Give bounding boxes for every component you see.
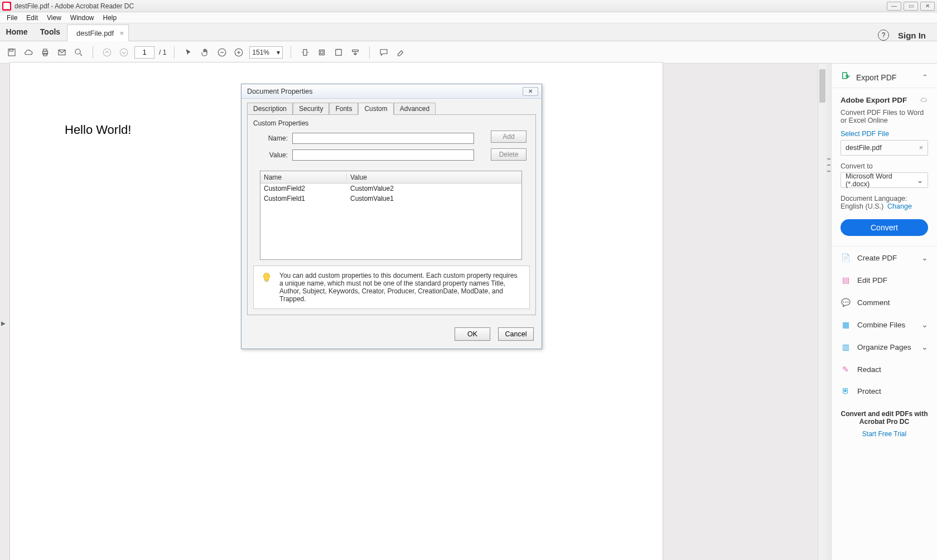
- export-pdf-label: Export PDF: [856, 73, 896, 82]
- page-number-input[interactable]: [134, 46, 154, 59]
- menu-help[interactable]: Help: [100, 14, 120, 22]
- zoom-select[interactable]: 151%▾: [249, 46, 283, 59]
- tool-comment[interactable]: 💬 Comment: [832, 291, 937, 313]
- fit-width-icon[interactable]: [299, 46, 311, 59]
- highlight-icon[interactable]: [394, 46, 407, 59]
- help-icon[interactable]: ?: [878, 30, 889, 41]
- zoom-in-icon[interactable]: [233, 46, 245, 59]
- chevron-down-icon: ▾: [277, 49, 280, 56]
- dialog-tabs: Description Security Fonts Custom Advanc…: [242, 99, 542, 114]
- tool-redact[interactable]: ✎ Redact: [832, 358, 937, 380]
- tab-home[interactable]: Home: [0, 23, 33, 41]
- zoom-value: 151%: [252, 49, 269, 56]
- language-value: English (U.S.): [841, 202, 883, 210]
- cloud-icon[interactable]: [22, 46, 35, 59]
- tool-protect[interactable]: ⛨ Protect: [832, 380, 937, 402]
- language-row: Document Language: English (U.S.) Change: [841, 195, 928, 210]
- separator: [93, 46, 93, 59]
- selected-filename: destFile.pdf: [846, 144, 882, 152]
- document-tab-label: destFile.pdf: [76, 29, 114, 37]
- tool-label: Organize Pages: [857, 343, 911, 351]
- chevron-down-icon: ⌄: [917, 176, 923, 185]
- search-icon[interactable]: [73, 46, 85, 59]
- ok-button[interactable]: OK: [455, 327, 490, 341]
- format-select[interactable]: Microsoft Word (*.docx) ⌄: [841, 172, 928, 188]
- maximize-button[interactable]: ▭: [904, 2, 918, 11]
- tool-label: Comment: [857, 298, 890, 307]
- lightbulb-icon: [260, 272, 273, 303]
- table-row[interactable]: CustomField2 CustomValue2: [260, 184, 521, 194]
- minimize-button[interactable]: —: [887, 2, 901, 11]
- scroll-thumb[interactable]: [819, 69, 825, 103]
- mail-icon[interactable]: [56, 46, 68, 59]
- delete-button[interactable]: Delete: [491, 148, 527, 161]
- cell-name: CustomField2: [260, 185, 347, 192]
- signin-button[interactable]: Sign In: [898, 31, 926, 40]
- tab-advanced[interactable]: Advanced: [394, 103, 436, 115]
- separator: [174, 46, 175, 59]
- tab-close-icon[interactable]: ×: [120, 29, 124, 37]
- left-pane-toggle[interactable]: ▶: [1, 312, 6, 334]
- selected-file-box[interactable]: destFile.pdf ×: [841, 140, 928, 156]
- right-pane-toggle[interactable]: [827, 64, 831, 560]
- tool-label: Redact: [857, 365, 881, 374]
- table-row[interactable]: CustomField1 CustomValue1: [260, 194, 521, 204]
- separator: [369, 46, 370, 59]
- close-button[interactable]: ✕: [920, 2, 935, 11]
- menu-edit[interactable]: Edit: [23, 14, 41, 22]
- tab-tools[interactable]: Tools: [33, 23, 67, 41]
- chevron-down-icon: ⌄: [921, 320, 928, 329]
- dialog-close-icon[interactable]: ✕: [523, 87, 538, 96]
- add-button[interactable]: Add: [491, 131, 527, 143]
- tab-security[interactable]: Security: [293, 103, 329, 115]
- export-icon: [841, 71, 851, 83]
- page-total: / 1: [159, 49, 166, 56]
- export-pdf-header[interactable]: Export PDF ⌃: [832, 64, 937, 88]
- chevron-down-icon: ⌄: [921, 253, 928, 262]
- read-mode-icon[interactable]: [349, 46, 361, 59]
- dialog-titlebar[interactable]: Document Properties ✕: [242, 84, 542, 99]
- export-subtitle: Convert PDF Files to Word or Excel Onlin…: [841, 109, 928, 124]
- menu-window[interactable]: Window: [67, 14, 98, 22]
- convert-button[interactable]: Convert: [841, 219, 928, 236]
- fullscreen-icon[interactable]: [332, 46, 345, 59]
- menu-file[interactable]: File: [3, 14, 21, 22]
- name-label: Name:: [257, 134, 288, 142]
- value-input[interactable]: [292, 149, 474, 161]
- cloud-badge-icon: [919, 96, 928, 105]
- group-title: Custom Properties: [251, 118, 532, 131]
- menu-view[interactable]: View: [44, 14, 65, 22]
- comment-icon[interactable]: [378, 46, 390, 59]
- properties-table[interactable]: Name Value CustomField2 CustomValue2 Cus…: [260, 171, 522, 260]
- comment-tool-icon: 💬: [841, 298, 851, 307]
- tab-description[interactable]: Description: [247, 103, 293, 115]
- select-tool-icon[interactable]: [182, 46, 195, 59]
- page-down-icon[interactable]: [118, 46, 130, 59]
- titlebar: destFile.pdf - Adobe Acrobat Reader DC —…: [0, 0, 937, 12]
- promo-link[interactable]: Start Free Trial: [862, 430, 906, 438]
- fit-page-icon[interactable]: [316, 46, 328, 59]
- hand-tool-icon[interactable]: [199, 46, 211, 59]
- tab-fonts[interactable]: Fonts: [329, 103, 358, 115]
- tool-label: Edit PDF: [857, 276, 887, 284]
- document-tab[interactable]: destFile.pdf ×: [67, 25, 129, 41]
- vertical-scrollbar[interactable]: [818, 64, 827, 560]
- cancel-button[interactable]: Cancel: [498, 327, 534, 341]
- save-icon[interactable]: [6, 46, 18, 59]
- tool-organize[interactable]: ▥ Organize Pages ⌄: [832, 336, 937, 358]
- toolbar: / 1 151%▾: [0, 41, 937, 64]
- tool-combine[interactable]: ▦ Combine Files ⌄: [832, 313, 937, 336]
- print-icon[interactable]: [39, 46, 51, 59]
- tab-custom[interactable]: Custom: [358, 103, 393, 115]
- tool-create-pdf[interactable]: 📄 Create PDF ⌄: [832, 247, 937, 269]
- page-up-icon[interactable]: [101, 46, 113, 59]
- tool-edit-pdf[interactable]: ▤ Edit PDF: [832, 269, 937, 291]
- zoom-out-icon[interactable]: [216, 46, 228, 59]
- svg-rect-15: [843, 73, 847, 79]
- svg-rect-13: [336, 49, 342, 55]
- change-language-link[interactable]: Change: [887, 202, 912, 210]
- value-label: Value:: [257, 151, 288, 159]
- tab-panel-custom: Custom Properties Name: Value: Add Delet…: [247, 114, 536, 315]
- clear-file-icon[interactable]: ×: [919, 144, 923, 152]
- name-input[interactable]: [292, 133, 474, 144]
